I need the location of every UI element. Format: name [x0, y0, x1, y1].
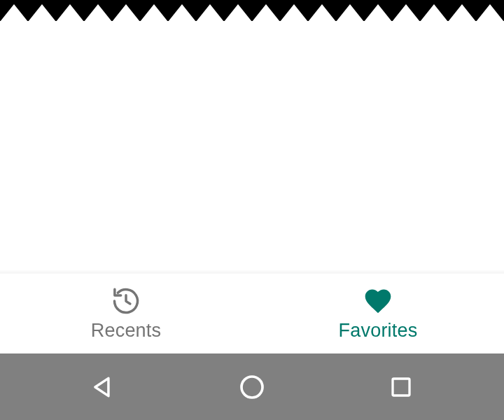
- back-triangle-icon: [90, 374, 116, 400]
- svg-point-1: [241, 377, 262, 398]
- content-area: [0, 21, 504, 270]
- cropped-top-edge: [0, 0, 504, 21]
- svg-marker-0: [0, 4, 504, 21]
- recent-square-icon: [388, 374, 414, 400]
- heart-icon: [363, 286, 393, 316]
- tab-recents[interactable]: Recents: [0, 274, 252, 354]
- nav-home-button[interactable]: [210, 366, 294, 408]
- home-circle-icon: [238, 373, 266, 401]
- svg-rect-2: [393, 379, 410, 396]
- tab-favorites[interactable]: Favorites: [252, 274, 504, 354]
- history-icon: [111, 286, 141, 316]
- nav-back-button[interactable]: [61, 366, 145, 408]
- zigzag-icon: [0, 1, 504, 21]
- tab-recents-label: Recents: [91, 320, 161, 342]
- android-nav-bar: [0, 354, 504, 420]
- nav-recent-apps-button[interactable]: [359, 366, 443, 408]
- tab-favorites-label: Favorites: [339, 320, 418, 342]
- bottom-tabs: Recents Favorites: [0, 273, 504, 354]
